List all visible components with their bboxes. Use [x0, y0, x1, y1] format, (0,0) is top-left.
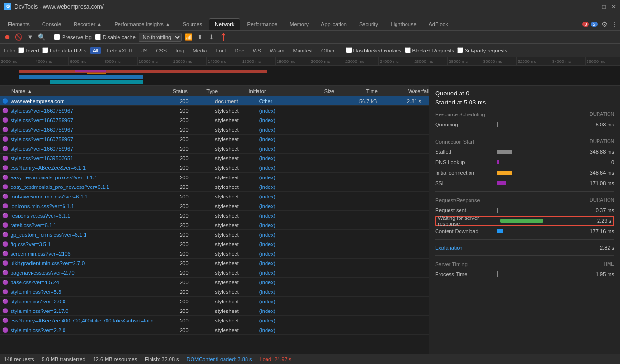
table-row[interactable]: 🟣 uikit.gradient.min.css?ver=2.7.0 200 s…: [0, 259, 429, 268]
tab-security[interactable]: Security: [353, 19, 384, 30]
table-row[interactable]: 🟣 easy_testimonials_pro.css?ver=6.1.1 20…: [0, 173, 429, 182]
initial-connection-row: Initial connection 348.64 ms: [435, 167, 614, 178]
tab-performance[interactable]: Performance: [241, 19, 283, 30]
invert-checkbox-label[interactable]: Invert: [18, 47, 39, 53]
col-header-name[interactable]: Name ▲: [0, 88, 171, 94]
table-row[interactable]: 🟣 style.min.css?ver=2.2.0 200 stylesheet…: [0, 325, 429, 335]
table-row[interactable]: 🟣 style.css?ver=1660759967 200 styleshee…: [0, 144, 429, 154]
hide-data-urls-checkbox[interactable]: [42, 47, 48, 53]
has-blocked-cookies-label[interactable]: Has blocked cookies: [346, 47, 402, 53]
disable-cache-checkbox[interactable]: [95, 34, 101, 40]
row-type-cell: document: [213, 98, 257, 104]
col-header-status[interactable]: Status: [171, 88, 205, 94]
col-header-waterfall[interactable]: Waterfall: [406, 88, 429, 94]
stalled-bar-container: [497, 149, 590, 154]
tab-console[interactable]: Console: [36, 19, 67, 30]
clear-btn[interactable]: 🚫: [14, 33, 23, 42]
more-options-icon[interactable]: ⋮: [611, 21, 618, 28]
table-row[interactable]: 🟣 style.min.css?ver=2.17.0 200 styleshee…: [0, 306, 429, 316]
tab-elements[interactable]: Elements: [2, 19, 35, 30]
filter-fetch-btn[interactable]: Fetch/XHR: [104, 47, 136, 54]
blocked-requests-checkbox[interactable]: [405, 47, 411, 53]
table-row[interactable]: 🟣 style.min.css?ver=5.3 200 stylesheet (…: [0, 287, 429, 297]
disable-cache-label[interactable]: Disable cache: [95, 34, 136, 40]
stop-recording-btn[interactable]: ⏺: [3, 33, 11, 42]
preserve-log-checkbox[interactable]: [54, 34, 60, 40]
filter-img-btn[interactable]: Img: [172, 47, 187, 54]
table-row[interactable]: 🟣 font-awesome.min.css?ver=6.1.1 200 sty…: [0, 192, 429, 201]
table-row[interactable]: 🟣 css?family=ABeeZee:400,700,400italic,7…: [0, 316, 429, 325]
row-name-cell: 🔵 www.webempresa.com: [0, 98, 178, 104]
tab-application[interactable]: Application: [315, 19, 353, 30]
filter-js-btn[interactable]: JS: [139, 47, 150, 54]
table-row[interactable]: 🟣 style.css?ver=1660759967 200 styleshee…: [0, 135, 429, 144]
tab-sources[interactable]: Sources: [177, 19, 208, 30]
table-row[interactable]: 🟣 style.css?ver=1660759967 200 styleshee…: [0, 106, 429, 115]
row-name-text: responsive.css?ver=6.1.1: [11, 213, 70, 218]
third-party-label[interactable]: 3rd-party requests: [457, 47, 507, 53]
table-row[interactable]: 🟣 ftg.css?ver=3.5.1 200 stylesheet (inde…: [0, 239, 429, 249]
row-initiator-cell: (index): [257, 203, 337, 209]
third-party-checkbox[interactable]: [457, 47, 463, 53]
table-row[interactable]: 🟣 style.css?ver=1660759967 200 styleshee…: [0, 125, 429, 135]
filter-media-btn[interactable]: Media: [190, 47, 210, 54]
close-btn[interactable]: ✕: [611, 3, 616, 10]
throttling-select[interactable]: No throttling: [139, 33, 182, 42]
queueing-value: 5.03 ms: [596, 122, 614, 127]
row-initiator-cell: (index): [257, 280, 337, 285]
table-row[interactable]: 🟣 base.css?ver=4.5.24 200 stylesheet (in…: [0, 278, 429, 287]
table-row[interactable]: 🟣 easy_testimonials_pro_new.css?ver=6.1.…: [0, 182, 429, 192]
filter-all-btn[interactable]: All: [90, 47, 101, 54]
download-btn[interactable]: ⬇: [207, 33, 216, 42]
col-header-initiator[interactable]: Initiator: [246, 88, 322, 94]
tab-lighthouse[interactable]: Lighthouse: [385, 19, 422, 30]
tab-memory[interactable]: Memory: [284, 19, 314, 30]
blocked-requests-label[interactable]: Blocked Requests: [405, 47, 455, 53]
table-row[interactable]: 🟣 ionicons.min.css?ver=6.1.1 200 stylesh…: [0, 201, 429, 211]
upload-btn[interactable]: ⬆: [196, 33, 204, 42]
table-row[interactable]: 🟣 style.css?ver=1639503651 200 styleshee…: [0, 154, 429, 163]
table-row[interactable]: 🟣 css?family=ABeeZee&ver=6.1.1 200 style…: [0, 163, 429, 173]
statusbar: 148 requests 5.0 MB transferred 12.6 MB …: [0, 354, 620, 364]
filter-doc-btn[interactable]: Doc: [232, 47, 247, 54]
row-type-cell: stylesheet: [213, 289, 257, 295]
table-row[interactable]: 🟣 rateit.css?ver=6.1.1 200 stylesheet (i…: [0, 220, 429, 230]
row-type-icon: 🟣: [2, 174, 9, 181]
filter-other-btn[interactable]: Other: [319, 47, 338, 54]
filter-manifest-btn[interactable]: Manifest: [290, 47, 316, 54]
filter-css-btn[interactable]: CSS: [153, 47, 170, 54]
explanation-link[interactable]: Explanation: [435, 245, 463, 250]
invert-checkbox[interactable]: [18, 47, 24, 53]
filter-font-btn[interactable]: Font: [213, 47, 229, 54]
filter-wasm-btn[interactable]: Wasm: [267, 47, 288, 54]
total-value: 2.82 s: [600, 245, 614, 250]
table-row[interactable]: 🟣 screen.min.css?ver=2106 200 stylesheet…: [0, 249, 429, 259]
col-header-size[interactable]: Size: [322, 88, 364, 94]
col-header-time[interactable]: Time: [364, 88, 406, 94]
settings-icon[interactable]: ⚙: [601, 21, 608, 28]
window-controls[interactable]: ─ □ ✕: [592, 3, 616, 10]
has-blocked-cookies-checkbox[interactable]: [346, 47, 352, 53]
tab-network[interactable]: Network: [209, 18, 240, 30]
row-initiator-cell: (index): [257, 108, 337, 114]
tab-adblock[interactable]: AdBlock: [423, 19, 454, 30]
table-row[interactable]: 🟣 gp_custom_forms.css?ver=6.1.1 200 styl…: [0, 230, 429, 239]
row-type-cell: stylesheet: [213, 146, 257, 152]
table-row[interactable]: 🟣 pagenavi-css.css?ver=2.70 200 styleshe…: [0, 268, 429, 278]
wifi-btn[interactable]: 📶: [184, 33, 193, 42]
table-row[interactable]: 🟣 style.min.css?ver=2.0.0 200 stylesheet…: [0, 297, 429, 306]
preserve-log-label[interactable]: Preserve log: [54, 34, 92, 40]
table-row[interactable]: 🟣 responsive.css?ver=6.1.1 200 styleshee…: [0, 211, 429, 220]
tab-perf-insights[interactable]: Performance insights ▲: [108, 19, 176, 30]
hide-data-urls-label[interactable]: Hide data URLs: [42, 47, 87, 53]
table-row[interactable]: 🟣 style.css?ver=1660759967 200 styleshee…: [0, 115, 429, 125]
col-header-type[interactable]: Type: [204, 88, 246, 94]
tab-recorder[interactable]: Recorder ▲: [68, 19, 107, 30]
search-btn[interactable]: 🔍: [37, 33, 46, 42]
table-row[interactable]: 🔵 www.webempresa.com 200 document Other …: [0, 96, 429, 106]
maximize-btn[interactable]: □: [602, 3, 606, 10]
filter-btn[interactable]: ▼: [26, 33, 34, 42]
filter-ws-btn[interactable]: WS: [250, 47, 264, 54]
minimize-btn[interactable]: ─: [592, 3, 597, 10]
row-status-cell: 200: [178, 108, 213, 114]
